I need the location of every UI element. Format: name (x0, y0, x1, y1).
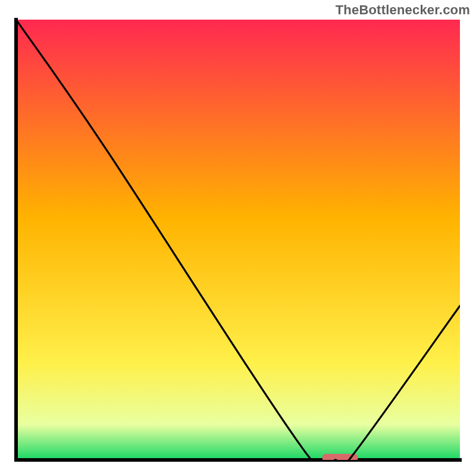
chart-container: TheBottlenecker.com (0, 0, 476, 476)
svg-rect-2 (14, 458, 462, 462)
chart-svg (14, 18, 462, 462)
attribution-text: TheBottlenecker.com (336, 2, 470, 18)
plot-area (14, 18, 462, 462)
svg-rect-1 (14, 18, 18, 462)
gradient-background (16, 20, 460, 460)
